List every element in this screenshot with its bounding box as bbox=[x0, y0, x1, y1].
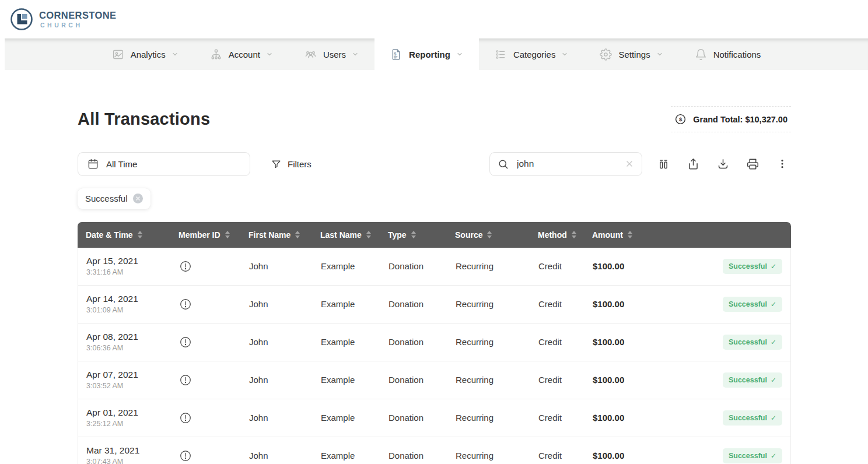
cell-method: Credit bbox=[530, 299, 584, 309]
cell-type: Donation bbox=[380, 261, 447, 271]
cell-type: Donation bbox=[380, 299, 447, 309]
print-button[interactable] bbox=[744, 155, 761, 173]
print-icon bbox=[747, 158, 759, 170]
cell-amount: $100.00 bbox=[584, 299, 654, 309]
cell-date-time: Apr 15, 2021 3:31:16 AM bbox=[78, 256, 171, 276]
cell-type: Donation bbox=[380, 451, 447, 461]
status-label: Successful bbox=[729, 338, 767, 346]
nav-item-reporting[interactable]: $ Reporting bbox=[374, 38, 479, 70]
nav-label: Users bbox=[323, 50, 346, 59]
table-row[interactable]: Apr 07, 2021 3:03:52 AM John Example Don… bbox=[78, 361, 790, 399]
cell-status: Successful ✓ bbox=[654, 335, 790, 350]
alert-circle-icon[interactable] bbox=[179, 298, 192, 311]
cell-first-name: John bbox=[241, 337, 313, 347]
clear-search-icon[interactable] bbox=[625, 159, 634, 168]
nav-item-notifications[interactable]: Notifications bbox=[679, 38, 777, 70]
alert-circle-icon[interactable] bbox=[179, 449, 192, 462]
nav-item-analytics[interactable]: Analytics bbox=[96, 38, 194, 70]
transaction-time: 3:25:12 AM bbox=[86, 420, 123, 428]
cell-last-name: Example bbox=[313, 299, 380, 309]
toolbar: All Time Filters bbox=[78, 152, 791, 176]
chevron-down-icon bbox=[456, 51, 463, 58]
more-options-button[interactable] bbox=[774, 155, 791, 173]
filters-button[interactable]: Filters bbox=[268, 159, 315, 170]
date-range-picker[interactable]: All Time bbox=[78, 152, 250, 176]
check-icon: ✓ bbox=[771, 300, 776, 308]
status-badge: Successful ✓ bbox=[723, 448, 782, 463]
column-header-amount[interactable]: Amount bbox=[584, 230, 654, 240]
alert-circle-icon[interactable] bbox=[179, 374, 192, 386]
nav-label: Account bbox=[229, 50, 260, 59]
transaction-date: Apr 07, 2021 bbox=[86, 370, 138, 380]
search-icon bbox=[498, 159, 509, 170]
brand-logo[interactable]: CORNERSTONE CHURCH bbox=[9, 7, 116, 31]
cell-source: Recurring bbox=[447, 413, 530, 423]
transaction-date: Apr 08, 2021 bbox=[86, 332, 138, 342]
sort-icon bbox=[366, 231, 371, 238]
table-row[interactable]: Apr 14, 2021 3:01:09 AM John Example Don… bbox=[78, 286, 790, 324]
filter-chip-successful[interactable]: Successful bbox=[78, 188, 150, 209]
cornerstone-logo-icon bbox=[9, 7, 34, 31]
nav-item-settings[interactable]: Settings bbox=[584, 38, 678, 70]
settings-icon bbox=[600, 48, 612, 61]
nav-label: Reporting bbox=[409, 50, 450, 59]
share-icon bbox=[687, 158, 699, 170]
nav-item-categories[interactable]: Categories bbox=[479, 38, 584, 70]
check-icon: ✓ bbox=[771, 414, 776, 422]
column-header-type[interactable]: Type bbox=[380, 230, 447, 240]
share-button[interactable] bbox=[684, 155, 702, 173]
nav-item-users[interactable]: Users bbox=[289, 38, 374, 70]
cell-status: Successful ✓ bbox=[654, 259, 790, 274]
remove-filter-icon[interactable] bbox=[133, 194, 143, 203]
nav-item-account[interactable]: Account bbox=[194, 38, 289, 70]
cell-type: Donation bbox=[380, 413, 447, 423]
column-header-date-time[interactable]: Date & Time bbox=[78, 230, 170, 240]
svg-text:$: $ bbox=[394, 51, 397, 56]
sort-icon bbox=[411, 231, 416, 238]
cell-method: Credit bbox=[530, 261, 584, 271]
cell-amount: $100.00 bbox=[584, 261, 654, 271]
table-row[interactable]: Apr 01, 2021 3:25:12 AM John Example Don… bbox=[78, 399, 790, 437]
nav-label: Notifications bbox=[713, 50, 761, 59]
chevron-down-icon bbox=[266, 51, 273, 58]
transaction-amount: $100.00 bbox=[593, 261, 624, 271]
search-box bbox=[489, 152, 642, 176]
column-header-method[interactable]: Method bbox=[530, 230, 584, 240]
cell-member-id bbox=[171, 260, 241, 273]
chevron-down-icon bbox=[352, 51, 359, 58]
notifications-icon bbox=[695, 48, 707, 61]
cell-source: Recurring bbox=[447, 299, 530, 309]
cell-member-id bbox=[171, 412, 241, 424]
download-icon bbox=[717, 158, 729, 170]
cell-first-name: John bbox=[241, 375, 313, 385]
table-row[interactable]: Mar 31, 2021 3:07:43 AM John Example Don… bbox=[78, 437, 790, 464]
cell-member-id bbox=[171, 298, 241, 311]
column-header-member-id[interactable]: Member ID bbox=[170, 230, 240, 240]
main-nav: Analytics Account Users bbox=[5, 38, 868, 70]
column-header-last-name[interactable]: Last Name bbox=[312, 230, 380, 240]
status-label: Successful bbox=[729, 376, 767, 384]
table-row[interactable]: Apr 15, 2021 3:31:16 AM John Example Don… bbox=[78, 248, 790, 286]
column-header-source[interactable]: Source bbox=[447, 230, 530, 240]
status-label: Successful bbox=[729, 414, 767, 422]
status-badge: Successful ✓ bbox=[723, 259, 782, 274]
brand-name: CORNERSTONE bbox=[39, 10, 116, 20]
cell-member-id bbox=[171, 374, 241, 386]
grand-total: $ Grand Total: $10,327.00 bbox=[671, 106, 791, 132]
table-row[interactable]: Apr 08, 2021 3:06:36 AM John Example Don… bbox=[78, 324, 790, 361]
status-label: Successful bbox=[729, 262, 767, 270]
transaction-time: 3:01:09 AM bbox=[86, 306, 123, 314]
cell-last-name: Example bbox=[313, 413, 380, 423]
cell-method: Credit bbox=[530, 375, 584, 385]
cell-amount: $100.00 bbox=[584, 451, 654, 461]
alert-circle-icon[interactable] bbox=[179, 336, 192, 349]
columns-button[interactable] bbox=[654, 155, 672, 173]
date-range-value: All Time bbox=[106, 159, 137, 169]
alert-circle-icon[interactable] bbox=[179, 260, 192, 273]
download-button[interactable] bbox=[714, 155, 732, 173]
alert-circle-icon[interactable] bbox=[179, 412, 192, 424]
search-input[interactable] bbox=[516, 158, 618, 170]
cell-method: Credit bbox=[530, 337, 584, 347]
column-header-first-name[interactable]: First Name bbox=[240, 230, 312, 240]
transaction-amount: $100.00 bbox=[593, 299, 624, 309]
